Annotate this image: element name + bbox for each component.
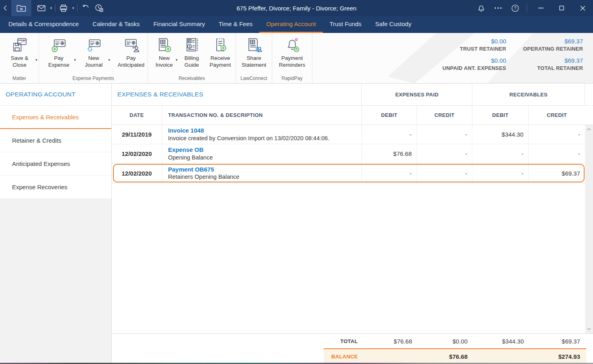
share-statement-button[interactable]: Share Statement	[236, 37, 272, 69]
row-date: 29/11/2019	[112, 125, 162, 144]
new-journal-button[interactable]: New Journal	[80, 37, 107, 69]
titlebar-left-tools: M ▾ ▾	[0, 0, 106, 16]
pay-expense-dropdown-icon[interactable]: ▾	[73, 58, 77, 62]
total-row: TOTAL $76.68 $0.00 $344.30 $69.37	[112, 334, 593, 348]
column-header-transaction[interactable]: TRANSACTION NO. & DESCRIPTION	[162, 106, 362, 125]
matter-tab-bar: Details & Correspondence Calendar & Task…	[0, 16, 593, 33]
save-close-button[interactable]: Save & Close	[5, 37, 34, 69]
svg-text:R: R	[189, 39, 191, 43]
pay-anticipated-icon	[122, 37, 140, 54]
payment-reminders-button[interactable]: R Payment Reminders	[272, 37, 312, 69]
column-header-date[interactable]: DATE	[112, 106, 162, 125]
sidebar-item-expense-recoveries[interactable]: Expense Recoveries	[0, 176, 111, 199]
totals-section: TOTAL $76.68 $0.00 $344.30 $69.37 BALANC…	[112, 333, 593, 364]
expenses-credit-cell: -	[417, 125, 472, 144]
transaction-link[interactable]: Invoice 1048	[168, 127, 361, 135]
vertical-scrollbar[interactable]	[585, 125, 593, 333]
email-dropdown-icon[interactable]: ▾	[48, 0, 54, 16]
table-row[interactable]: 12/02/2020 Expense OB Opening Balance $7…	[112, 144, 593, 164]
tab-trust-funds[interactable]: Trust Funds	[323, 16, 368, 33]
titlebar-right-tools: ?	[473, 0, 593, 16]
expenses-credit-cell: -	[417, 164, 472, 183]
sidebar-item-anticipated-expenses[interactable]: Anticipated Expenses	[0, 152, 111, 176]
table-row-selected[interactable]: 12/02/2020 Payment OB675 Retainers Openi…	[112, 164, 593, 183]
transaction-link[interactable]: Payment OB675	[168, 166, 361, 174]
close-button[interactable]	[572, 0, 593, 16]
more-options-icon[interactable]	[490, 0, 507, 16]
trust-retainer-value: $0.00	[442, 38, 506, 45]
save-close-dropdown-icon[interactable]: ▾	[34, 58, 39, 62]
print-dropdown-icon[interactable]: ▾	[70, 0, 76, 16]
table-row[interactable]: 29/11/2019 Invoice 1048 Invoice created …	[112, 125, 593, 144]
column-header-receivables-credit[interactable]: CREDIT	[529, 106, 585, 125]
minimize-button[interactable]	[530, 0, 551, 16]
refresh-icon[interactable]	[79, 0, 92, 16]
help-icon[interactable]: ?	[507, 0, 523, 16]
tab-details-correspondence[interactable]: Details & Correspondence	[2, 16, 86, 33]
svg-text:?: ?	[514, 6, 516, 10]
tab-operating-account[interactable]: Operating Account	[259, 16, 322, 33]
tab-financial-summary[interactable]: Financial Summary	[146, 16, 211, 33]
tab-calendar-tasks[interactable]: Calendar & Tasks	[86, 16, 146, 33]
pay-expense-label: Pay Expense	[45, 55, 73, 69]
unpaid-ant-expenses-value: $0.00	[442, 57, 506, 64]
column-header-receivables-debit[interactable]: DEBIT	[472, 106, 529, 125]
ribbon-group-lawconnect: Share Statement LawConnect	[236, 33, 272, 83]
column-header-expenses-debit[interactable]: DEBIT	[362, 106, 417, 125]
trust-retainer-summary: $0.00 TRUST RETAINER	[442, 38, 506, 52]
billing-guide-button[interactable]: R $ Billing Guide	[181, 37, 202, 69]
pay-anticipated-button[interactable]: Pay Anticipated	[115, 37, 148, 69]
ribbon-group-matter: Save & Close ▾ Matter	[0, 33, 39, 83]
title-bar: M ▾ ▾	[0, 0, 593, 16]
receive-payment-button[interactable]: Receive Payment	[205, 37, 236, 69]
maximize-button[interactable]	[551, 0, 572, 16]
payment-reminders-label: Payment Reminders	[272, 55, 312, 69]
total-expenses-credit: $0.00	[417, 334, 472, 348]
scroll-up-icon[interactable]	[585, 126, 593, 133]
balance-spacer	[362, 349, 417, 364]
row-transaction-cell: Expense OB Opening Balance	[162, 144, 362, 163]
new-journal-dropdown-icon[interactable]: ▾	[107, 58, 111, 62]
sidebar-title: OPERATING ACCOUNT	[0, 84, 111, 106]
pay-expense-icon	[50, 37, 67, 54]
operating-retainer-label: OPERATING RETAINER	[523, 46, 583, 52]
pay-expense-button[interactable]: Pay Expense	[45, 37, 73, 69]
unpaid-ant-expenses-summary: $0.00 UNPAID ANT. EXPENSES	[442, 57, 506, 71]
back-icon[interactable]	[0, 0, 11, 16]
sidebar-empty-area	[0, 199, 111, 364]
expenses-credit-cell: -	[417, 144, 472, 163]
email-icon[interactable]	[35, 0, 48, 16]
trust-retainer-label: TRUST RETAINER	[442, 46, 506, 52]
new-journal-label: New Journal	[80, 55, 107, 69]
sidebar-item-expenses-receivables[interactable]: Expenses & Receivables	[0, 106, 111, 129]
svg-text:M: M	[20, 7, 23, 11]
tab-safe-custody[interactable]: Safe Custody	[368, 16, 418, 33]
matter-folder-icon[interactable]: M	[11, 0, 31, 16]
transaction-link[interactable]: Expense OB	[168, 146, 361, 154]
receive-payment-icon	[212, 37, 228, 54]
print-icon[interactable]	[57, 0, 70, 16]
sidebar-item-retainer-credits[interactable]: Retainer & Credits	[0, 129, 111, 152]
billing-guide-label: Billing Guide	[181, 55, 202, 69]
new-invoice-button[interactable]: New Invoice	[154, 37, 175, 69]
ribbon-group-label: RapidPay	[272, 76, 312, 83]
scroll-down-icon[interactable]	[585, 325, 593, 333]
row-transaction-cell: Invoice 1048 Invoice created by Conversi…	[162, 125, 362, 144]
tab-time-fees[interactable]: Time & Fees	[212, 16, 259, 33]
notifications-bell-icon[interactable]	[473, 0, 490, 16]
time-record-icon[interactable]	[92, 0, 106, 16]
receivables-debit-cell: -	[472, 164, 529, 183]
ribbon-group-label: Matter	[0, 76, 39, 83]
pay-anticipated-label: Pay Anticipated	[115, 55, 148, 69]
table-corner-spacer	[585, 84, 593, 105]
share-statement-label: Share Statement	[236, 55, 272, 69]
column-header-expenses-credit[interactable]: CREDIT	[417, 106, 472, 125]
table-title: EXPENSES & RECEIVABLES	[112, 84, 362, 105]
new-invoice-dropdown-icon[interactable]: ▾	[175, 58, 179, 62]
expenses-debit-cell: -	[362, 125, 417, 144]
save-close-label: Save & Close	[5, 55, 34, 69]
total-retainer-label: TOTAL RETAINER	[523, 65, 583, 71]
total-spacer	[585, 334, 593, 348]
transaction-description: Opening Balance	[168, 154, 361, 162]
row-date: 12/02/2020	[112, 144, 162, 163]
